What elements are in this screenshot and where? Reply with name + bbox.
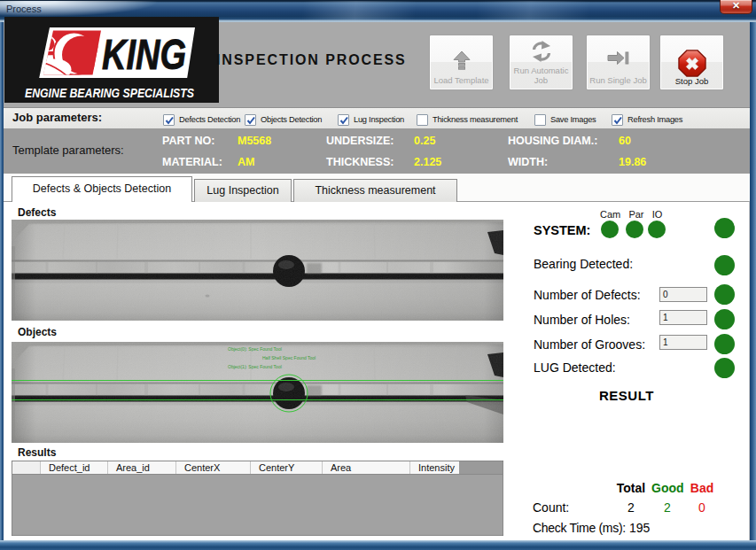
svg-text:Intensity: Intensity [418,462,455,473]
svg-text:Area_id: Area_id [116,462,150,473]
svg-text:CenterY: CenterY [259,462,295,473]
svg-text:Object(0): Spec Found Tool: Object(0): Spec Found Tool [228,346,282,352]
svg-text:KING: KING [102,31,186,78]
svg-text:Object(1): Spec Found Tool: Object(1): Spec Found Tool [228,364,282,369]
svg-text:Area: Area [331,462,352,473]
svg-text:Half Shell Spec Found Tool: Half Shell Spec Found Tool [262,355,316,360]
svg-text:CenterX: CenterX [184,462,221,473]
svg-text:ENGINE BEARING SPECIALISTS: ENGINE BEARING SPECIALISTS [25,85,194,100]
svg-text:Defect_id: Defect_id [49,462,90,473]
